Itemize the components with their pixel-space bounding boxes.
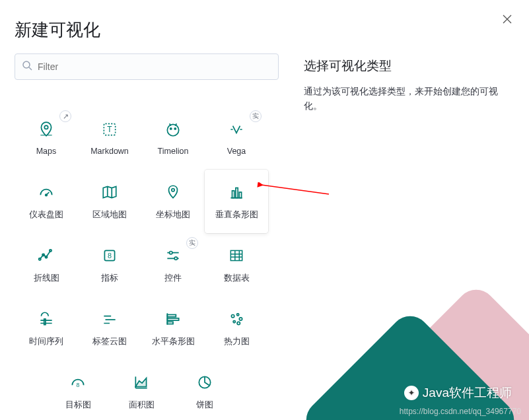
goal-icon: 8: [69, 373, 87, 392]
svg-point-18: [170, 251, 172, 254]
horizontal-bar-icon: [164, 310, 182, 328]
experimental-badge: 实: [250, 110, 262, 122]
close-button[interactable]: [503, 15, 514, 26]
tile-region-map[interactable]: 区域地图: [78, 170, 141, 233]
tile-controls[interactable]: 实控件: [141, 233, 205, 297]
metric-icon: 8: [101, 246, 118, 265]
tile-label: 控件: [164, 273, 182, 284]
svg-rect-10: [236, 188, 238, 197]
svg-point-15: [50, 249, 52, 251]
tile-label: 区域地图: [92, 209, 127, 221]
svg-text:8: 8: [77, 381, 80, 388]
svg-point-19: [174, 257, 177, 260]
tile-line[interactable]: 折线图: [15, 233, 78, 297]
coordinate-map-icon: [164, 183, 182, 201]
tile-area[interactable]: 面积图: [110, 360, 173, 420]
svg-point-7: [46, 194, 48, 196]
tile-label: 热力图: [224, 336, 250, 347]
search-input-wrap[interactable]: [15, 53, 279, 80]
tile-heatmap[interactable]: 热力图: [205, 297, 268, 360]
side-description: 通过为该可视化选择类型，来开始创建您的可视化。: [304, 84, 514, 114]
controls-icon: [164, 246, 182, 265]
tile-vertical-bar[interactable]: 垂直条形图: [205, 170, 268, 233]
tile-label: 时间序列: [29, 336, 63, 347]
tile-label: 仪表盘图: [29, 209, 63, 221]
timelion-icon: [164, 120, 182, 139]
tile-label: 饼图: [196, 400, 213, 411]
watermark: ✦ Java软件工程师: [404, 384, 512, 402]
tile-label: 垂直条形图: [215, 209, 258, 221]
tile-metric[interactable]: 8指标: [78, 233, 141, 297]
wechat-icon: ✦: [404, 386, 419, 400]
region-map-icon: [101, 183, 118, 201]
data-table-icon: [228, 246, 245, 265]
svg-text:T: T: [107, 125, 112, 134]
tile-pie[interactable]: 饼图: [173, 360, 236, 420]
line-icon: [38, 246, 55, 265]
vega-icon: [228, 120, 245, 139]
tile-label: Timelion: [158, 147, 189, 156]
maps-icon: [38, 120, 55, 139]
page-title: 新建可视化: [0, 0, 529, 53]
svg-point-25: [231, 314, 234, 317]
search-icon: [22, 60, 32, 73]
svg-rect-20: [230, 250, 242, 260]
tile-gauge[interactable]: 仪表盘图: [15, 170, 78, 233]
tsvb-icon: [38, 310, 55, 328]
svg-point-27: [239, 317, 242, 320]
tile-tsvb[interactable]: 时间序列: [15, 297, 78, 360]
svg-text:8: 8: [108, 252, 112, 260]
tag-cloud-icon: [101, 310, 118, 328]
svg-point-26: [237, 313, 239, 315]
svg-point-6: [174, 128, 176, 129]
experimental-badge: 实: [186, 237, 198, 249]
pie-icon: [196, 373, 213, 392]
svg-point-1: [44, 125, 48, 129]
svg-rect-21: [44, 319, 46, 325]
svg-point-8: [172, 188, 174, 191]
area-icon: [133, 373, 150, 392]
tile-goal[interactable]: 8目标图: [46, 360, 110, 420]
svg-point-4: [167, 124, 178, 135]
vertical-bar-icon: [228, 183, 245, 201]
svg-rect-23: [167, 318, 178, 320]
heatmap-icon: [228, 310, 245, 328]
watermark-text: Java软件工程师: [423, 384, 512, 402]
svg-rect-11: [239, 192, 241, 198]
tile-timelion[interactable]: Timelion: [141, 106, 205, 170]
side-title: 选择可视化类型: [304, 57, 514, 75]
svg-rect-9: [232, 190, 234, 197]
tile-label: Markdown: [90, 147, 129, 156]
visualization-grid-row5: 8目标图面积图饼图: [46, 360, 279, 420]
tile-label: 目标图: [65, 400, 91, 411]
tile-label: 数据表: [224, 273, 250, 284]
tile-vega[interactable]: 实Vega: [205, 106, 268, 170]
visualization-grid: ↗MapsTMarkdownTimelion实Vega仪表盘图区域地图坐标地图垂…: [15, 106, 279, 360]
tile-label: Maps: [36, 147, 57, 156]
tile-label: Vega: [227, 147, 246, 156]
tile-label: 面积图: [129, 400, 155, 411]
svg-point-5: [170, 128, 172, 129]
tile-markdown[interactable]: TMarkdown: [78, 106, 141, 170]
url-watermark: https://blog.csdn.net/qq_34967770: [400, 407, 521, 416]
tile-maps[interactable]: ↗Maps: [15, 106, 78, 170]
markdown-icon: T: [101, 120, 118, 139]
svg-rect-24: [167, 322, 173, 324]
tile-tag-cloud[interactable]: 标签云图: [78, 297, 141, 360]
svg-point-0: [23, 61, 30, 68]
tile-horizontal-bar[interactable]: 水平条形图: [141, 297, 205, 360]
tile-label: 折线图: [34, 273, 59, 284]
tile-label: 标签云图: [92, 336, 127, 347]
search-input[interactable]: [38, 61, 271, 72]
tile-label: 指标: [101, 273, 118, 284]
svg-point-29: [237, 322, 240, 324]
tile-data-table[interactable]: 数据表: [205, 233, 268, 297]
tile-label: 水平条形图: [152, 336, 195, 347]
left-panel: ↗MapsTMarkdownTimelion实Vega仪表盘图区域地图坐标地图垂…: [15, 53, 279, 420]
tile-coordinate-map[interactable]: 坐标地图: [141, 170, 205, 233]
external-link-icon: ↗: [59, 110, 71, 122]
gauge-icon: [38, 183, 55, 201]
svg-rect-22: [167, 314, 176, 316]
tile-label: 坐标地图: [156, 209, 190, 221]
svg-point-28: [233, 320, 235, 322]
